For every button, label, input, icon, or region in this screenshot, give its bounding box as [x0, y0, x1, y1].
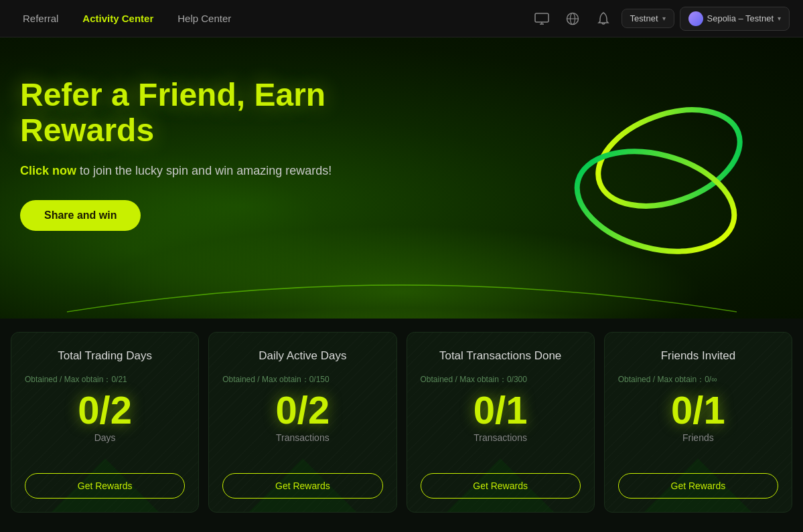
hero-decoration	[549, 84, 763, 272]
globe-icon-btn[interactable]	[560, 6, 585, 31]
card-title-2: Total Transactions Done	[421, 349, 581, 363]
cards-section: Total Trading Days Obtained / Max obtain…	[0, 319, 803, 532]
nav-help-center[interactable]: Help Center	[168, 7, 240, 29]
bell-icon	[597, 12, 609, 25]
card-obtain-2: Obtained / Max obtain：0/300	[421, 374, 581, 385]
card-unit-2: Transactions	[421, 432, 581, 443]
nav-referral[interactable]: Referral	[13, 7, 68, 29]
reward-card-1: Daily Active Days Obtained / Max obtain：…	[208, 332, 396, 513]
svg-point-7	[566, 135, 745, 267]
card-unit-0: Days	[25, 432, 185, 443]
card-title-0: Total Trading Days	[25, 349, 185, 363]
card-unit-1: Transactions	[222, 432, 382, 443]
share-win-button[interactable]: Share and win	[20, 200, 141, 231]
card-value-2: 0/1	[421, 391, 581, 430]
get-rewards-btn-0[interactable]: Get Rewards	[25, 473, 185, 499]
card-obtain-3: Obtained / Max obtain：0/∞	[618, 374, 778, 385]
card-value-3: 0/1	[618, 391, 778, 430]
reward-card-3: Friends Invited Obtained / Max obtain：0/…	[604, 332, 792, 513]
card-title-3: Friends Invited	[618, 349, 778, 363]
monitor-icon	[534, 13, 549, 25]
user-chevron: ▾	[778, 15, 781, 22]
hero-subtitle-rest: to join the lucky spin and win amazing r…	[76, 164, 332, 177]
get-rewards-btn-1[interactable]: Get Rewards	[222, 473, 382, 499]
hero-content: Refer a Friend, Earn Rewards Click now t…	[0, 37, 469, 258]
rings-svg	[549, 84, 763, 272]
card-obtain-0: Obtained / Max obtain：0/21	[25, 374, 185, 385]
network-chevron: ▾	[662, 15, 666, 22]
card-obtain-1: Obtained / Max obtain：0/150	[222, 374, 382, 385]
svg-point-8	[67, 265, 737, 319]
hero-section: Refer a Friend, Earn Rewards Click now t…	[0, 37, 803, 319]
reward-card-0: Total Trading Days Obtained / Max obtain…	[11, 332, 199, 513]
card-title-1: Daily Active Days	[222, 349, 382, 363]
globe-icon	[566, 12, 579, 25]
reward-card-2: Total Transactions Done Obtained / Max o…	[407, 332, 595, 513]
user-dropdown[interactable]: Sepolia – Testnet ▾	[680, 7, 790, 31]
hero-subtitle: Click now to join the lucky spin and win…	[20, 162, 449, 180]
navbar: Referral Activity Center Help Center Tes…	[0, 0, 803, 37]
bell-icon-btn[interactable]	[591, 6, 616, 31]
click-now-text: Click now	[20, 164, 76, 177]
card-unit-3: Friends	[618, 432, 778, 443]
get-rewards-btn-3[interactable]: Get Rewards	[618, 473, 778, 499]
user-avatar	[688, 11, 703, 26]
network-dropdown[interactable]: Testnet ▾	[622, 9, 674, 28]
network-label: Testnet	[630, 13, 658, 23]
card-value-1: 0/2	[222, 391, 382, 430]
get-rewards-btn-2[interactable]: Get Rewards	[421, 473, 581, 499]
card-value-0: 0/2	[25, 391, 185, 430]
nav-activity-center[interactable]: Activity Center	[73, 7, 163, 29]
user-label: Sepolia – Testnet	[707, 13, 774, 23]
hero-title: Refer a Friend, Earn Rewards	[20, 78, 449, 149]
svg-rect-0	[535, 13, 549, 22]
monitor-icon-btn[interactable]	[529, 6, 555, 31]
